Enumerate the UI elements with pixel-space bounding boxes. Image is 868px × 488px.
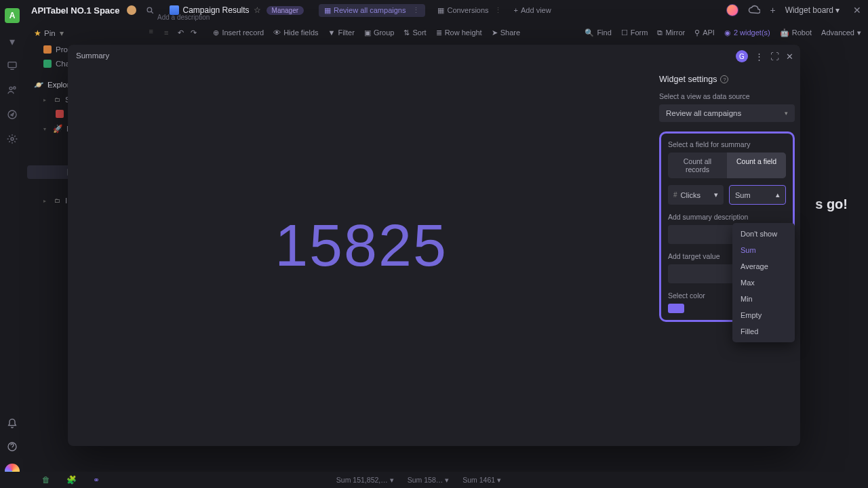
chevron-down-icon[interactable]: ▾ (6, 35, 18, 47)
grid-icon: ▦ (324, 6, 331, 15)
dropdown-item-max[interactable]: Max (732, 274, 795, 291)
close-icon[interactable]: ✕ (786, 52, 793, 62)
rocket-icon: 🚀 (53, 124, 62, 134)
svg-point-2 (14, 87, 16, 89)
find-button[interactable]: 🔍Find (585, 28, 611, 37)
summary-field-panel: Select a field for summary Count all rec… (659, 131, 795, 322)
undo-button[interactable]: ↶ (178, 28, 184, 37)
svg-point-1 (9, 87, 12, 89)
star-icon: ★ (34, 28, 41, 38)
pin-section[interactable]: ★ Pin ▾ (27, 24, 155, 42)
aggregation-select[interactable]: Sum ▴ (729, 185, 786, 205)
people-icon[interactable] (6, 84, 18, 96)
trash-icon[interactable]: 🗑 (42, 475, 50, 485)
grid-icon: ▦ (437, 6, 444, 15)
count-mode-segmented: Count all records Count a field (668, 152, 786, 178)
summary-widget: Summary G ⋮ ⛶ ✕ 15825 Widget settings ? … (68, 45, 800, 446)
widget-type-badge[interactable]: G (736, 50, 748, 62)
filter-button[interactable]: ▼Filter (328, 28, 355, 37)
space-name[interactable]: APITabel NO.1 Space (31, 5, 120, 16)
info-icon[interactable]: ? (720, 75, 728, 83)
source-select[interactable]: Review all campaigns ▾ (659, 104, 795, 122)
hash-icon: # (673, 191, 677, 199)
compass-icon[interactable] (6, 108, 18, 121)
template-icon[interactable]: 🧩 (66, 475, 77, 485)
column-summary-3[interactable]: Sum 1461 ▾ (462, 476, 501, 484)
chevron-down-icon: ▾ (835, 5, 840, 15)
dropdown-item-empty[interactable]: Empty (732, 307, 795, 323)
chevron-down-icon: ▾ (60, 28, 64, 38)
hide-fields-button[interactable]: 👁Hide fields (273, 28, 318, 37)
collapse-sidebar-icon[interactable]: ≡ (149, 27, 153, 35)
role-tag: Manager (267, 6, 304, 15)
aggregation-dropdown: Don't show Sum Average Max Min Empty Fil… (732, 223, 795, 342)
star-icon[interactable]: ☆ (254, 5, 261, 15)
svg-rect-0 (8, 62, 16, 68)
sort-button[interactable]: ⇅Sort (403, 28, 426, 37)
form-button[interactable]: ☐Form (621, 28, 648, 37)
expand-icon[interactable]: ⛶ (770, 52, 779, 62)
add-button[interactable]: + (770, 5, 775, 16)
chevron-down-icon: ▾ (785, 110, 788, 117)
summary-value-area: 15825 (68, 45, 654, 446)
widgets-button[interactable]: ◉2 widget(s) (724, 28, 770, 37)
help-icon[interactable] (6, 441, 18, 453)
insert-record-button[interactable]: ⊕Insert record (213, 28, 264, 37)
advanced-button[interactable]: Advanced▾ (821, 28, 861, 37)
color-swatch[interactable] (668, 304, 684, 313)
bell-icon[interactable] (6, 418, 18, 430)
count-a-field-button[interactable]: Count a field (727, 152, 786, 178)
menu-icon[interactable]: ≡ (164, 28, 168, 37)
settings-title: Widget settings ? (659, 75, 795, 84)
field-label: Select a field for summary (668, 140, 786, 148)
planet-icon: 🪐 (34, 80, 43, 89)
share-button[interactable]: ➤Share (492, 28, 520, 37)
chevron-up-icon: ▴ (776, 190, 780, 199)
share-icon[interactable]: ⚭ (93, 475, 100, 485)
group-button[interactable]: ▣Group (364, 28, 395, 37)
left-rail: A ▾ (0, 0, 24, 488)
description-label: Add summary description (668, 213, 786, 221)
search-icon[interactable] (146, 6, 155, 15)
mirror-button[interactable]: ⧉Mirror (657, 28, 685, 37)
background-heading: s go! (815, 197, 848, 212)
top-header: APITabel NO.1 Space Campaign Results ☆ M… (24, 0, 868, 20)
dropdown-item-sum[interactable]: Sum (732, 242, 795, 258)
more-icon[interactable]: ⋮ (755, 52, 764, 62)
view-conversions[interactable]: ▦ Conversions ⋮ (437, 6, 501, 15)
space-emoji-icon (127, 5, 136, 15)
monitor-icon[interactable] (6, 60, 18, 72)
robot-button[interactable]: 🤖Robot (780, 28, 812, 37)
status-bar: 🗑 🧩 ⚭ Sum 151,852,… ▾ Sum 158… ▾ Sum 146… (0, 472, 868, 488)
description-placeholder[interactable]: Add a description (157, 14, 210, 21)
dropdown-item-average[interactable]: Average (732, 258, 795, 274)
dropdown-item-filled[interactable]: Filled (732, 323, 795, 340)
user-avatar[interactable] (726, 4, 738, 16)
gear-icon[interactable] (6, 133, 18, 145)
dropdown-item-min[interactable]: Min (732, 291, 795, 307)
chevron-down-icon: ▾ (857, 28, 861, 37)
view-review-campaigns[interactable]: ▦ Review all campaigns ⋮ (319, 4, 425, 17)
field-select[interactable]: #Clicks ▾ (668, 185, 724, 205)
workspace-badge[interactable]: A (5, 8, 20, 23)
count-all-records-button[interactable]: Count all records (668, 152, 727, 178)
view-options-icon[interactable]: ⋮ (494, 6, 502, 15)
column-summary-2[interactable]: Sum 158… ▾ (408, 476, 450, 484)
svg-point-6 (147, 7, 152, 12)
dropdown-item-dont-show[interactable]: Don't show (732, 226, 795, 242)
row-height-button[interactable]: ≣Row height (436, 28, 482, 37)
redo-button[interactable]: ↷ (191, 28, 197, 37)
widget-board-select[interactable]: Widget board▾ (785, 5, 840, 15)
plus-icon: + (514, 6, 518, 14)
svg-point-4 (11, 138, 14, 140)
view-options-icon[interactable]: ⋮ (412, 6, 420, 15)
column-summary-1[interactable]: Sum 151,852,… ▾ (336, 476, 394, 484)
source-label: Select a view as data source (659, 92, 795, 100)
summary-value: 15825 (275, 211, 448, 280)
add-view-button[interactable]: + Add view (514, 6, 551, 14)
view-toolbar: ≡ ↶ ↷ ⊕Insert record 👁Hide fields ▼Filte… (157, 24, 868, 41)
close-button[interactable]: ✕ (853, 5, 861, 16)
chevron-down-icon: ▾ (714, 190, 718, 199)
sync-icon[interactable] (748, 4, 760, 16)
api-button[interactable]: ⚲API (694, 28, 715, 37)
